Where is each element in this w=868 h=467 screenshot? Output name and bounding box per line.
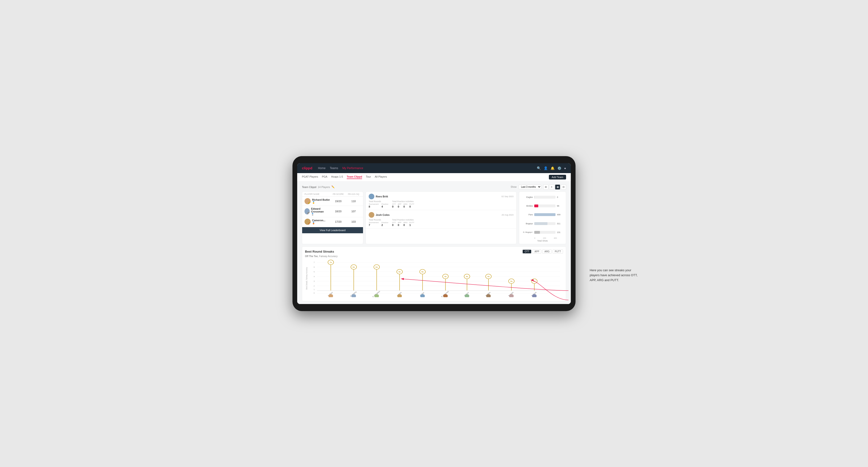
tournament-stat: Tournament 8 (369, 203, 379, 208)
svg-text:4x: 4x (466, 276, 468, 277)
edit-icon[interactable]: ✏️ (331, 185, 335, 188)
view-icons: ⊞ ≡ ▦ ⊟ (543, 184, 566, 190)
main-content: Team Clippd 14 Players ✏️ Show Last 3 mo… (297, 182, 571, 304)
bar-track (534, 196, 555, 198)
bell-icon[interactable]: 🔔 (551, 166, 555, 170)
chart-title: Total Shots (521, 240, 564, 242)
activities-title: Total Practice Activities (392, 200, 414, 203)
pb-score: 18/20 (330, 210, 346, 213)
chart-x-axis: 0 200 400 (521, 237, 564, 239)
player-cards-panel: Rees Britt 02 Sep 2023 Total Rounds Tour… (366, 191, 517, 244)
tab-all-players[interactable]: All Players (375, 175, 387, 179)
svg-text:6x: 6x (352, 266, 355, 268)
filter-arg[interactable]: ARG (542, 250, 552, 253)
lb-header: PLAYER NAME PB SCORE PB AVG SQ (302, 192, 363, 197)
filter-app[interactable]: APP (532, 250, 541, 253)
card-date: 26 Aug 2023 (501, 214, 514, 216)
tab-pga[interactable]: PGA (322, 175, 328, 179)
user-icon[interactable]: 👤 (544, 166, 548, 170)
player-medal: 🥉 (312, 222, 326, 224)
grid-view-btn[interactable]: ⊞ (543, 184, 549, 190)
svg-text:7x: 7x (330, 261, 332, 263)
pb-score: 19/20 (330, 200, 346, 203)
bar-row-bogeys: Bogeys 311 (521, 222, 564, 225)
tournament-val: 8 (369, 205, 379, 208)
bar-row-dbogeys: D. Bogeys+ 131 (521, 231, 564, 234)
tab-tour[interactable]: Tour (366, 175, 371, 179)
card-avatar (369, 194, 374, 199)
bar-value: 311 (557, 222, 564, 225)
tab-team-clippd[interactable]: Team Clippd (347, 175, 362, 179)
bar-value: 3 (557, 196, 564, 198)
nav-my-performance[interactable]: My Performance (342, 166, 363, 170)
svg-text:4x: 4x (444, 276, 447, 277)
player-name: Richard Butler (312, 198, 330, 201)
leaderboard-panel: PLAYER NAME PB SCORE PB AVG SQ 1 (302, 191, 363, 244)
table-view-btn[interactable]: ⊟ (561, 184, 566, 190)
add-team-button[interactable]: Add Team (549, 175, 566, 180)
player-info: 2 Edward Crossman 🥈 (305, 207, 330, 216)
search-icon[interactable]: 🔍 (537, 166, 541, 170)
pb-score: 17/20 (330, 220, 346, 223)
streaks-header: Best Round Streaks OTT APP ARG PUTT (305, 250, 563, 253)
sub-nav: PGAT Players PGA Hcaps 1-5 Team Clippd T… (297, 173, 571, 182)
tab-pgat[interactable]: PGAT Players (302, 175, 318, 179)
table-row: 1 Richard Butler 🥇 19/20 110 (302, 197, 363, 206)
svg-text:7: 7 (313, 261, 315, 263)
pb-avg: 103 (346, 220, 361, 223)
list-view-btn[interactable]: ≡ (549, 184, 554, 190)
bar-value: 96 (557, 205, 564, 207)
bar-label: Pars (521, 214, 533, 216)
card-player-name: Josh Coles (376, 214, 390, 216)
bar-value: 499 (557, 214, 564, 216)
svg-text:Best Streak, Fairway Accuracy: Best Streak, Fairway Accuracy (305, 267, 308, 289)
team-controls: Show Last 3 months Last 6 months ⊞ ≡ ▦ ⊟ (511, 184, 566, 190)
player-count: 14 Players (318, 186, 330, 188)
filter-putt[interactable]: PUTT (553, 250, 563, 253)
filter-ott[interactable]: OTT (522, 250, 531, 253)
svg-text:0: 0 (313, 292, 315, 294)
sub-nav-tabs: PGAT Players PGA Hcaps 1-5 Team Clippd T… (302, 175, 387, 179)
tab-hcaps[interactable]: Hcaps 1-5 (331, 175, 343, 179)
avatar-icon[interactable]: ● (564, 166, 566, 170)
svg-text:5x: 5x (398, 271, 401, 273)
streaks-title: Best Round Streaks (305, 250, 334, 253)
svg-text:4: 4 (313, 276, 315, 277)
svg-text:3x: 3x (533, 280, 536, 282)
view-leaderboard-button[interactable]: View Full Leaderboard (302, 227, 363, 233)
avatar: 2 (305, 208, 310, 214)
bar-chart-panel: Eagles 3 Birdies (519, 191, 566, 244)
practice-val: 4 (381, 205, 388, 208)
bar-track (534, 213, 555, 216)
bar-label: Eagles (521, 196, 533, 198)
bar-label: Birdies (521, 205, 533, 207)
avatar: 3 (305, 219, 311, 225)
bar-label: D. Bogeys+ (521, 231, 533, 233)
settings-icon[interactable]: ⚙️ (557, 166, 561, 170)
card-stats: Total Rounds Tournament 8 Practice (369, 200, 514, 208)
content-grid: PLAYER NAME PB SCORE PB AVG SQ 1 (302, 191, 566, 244)
nav-home[interactable]: Home (318, 166, 326, 170)
svg-text:2: 2 (313, 285, 315, 287)
card-header: Rees Britt 02 Sep 2023 (369, 194, 514, 199)
team-name: Team Clippd (302, 186, 316, 188)
bar-fill (534, 231, 540, 234)
avatar: 1 (305, 198, 311, 204)
bar-fill (534, 222, 548, 225)
bar-label: Bogeys (521, 222, 533, 225)
player-info: 3 Cameron... 🥉 (305, 219, 330, 225)
player-info: 1 Richard Butler 🥇 (305, 198, 330, 204)
pb-avg: 110 (346, 200, 361, 203)
card-stats: Total Rounds Tournament 7 Practice (369, 219, 514, 226)
player-card: Rees Britt 02 Sep 2023 Total Rounds Tour… (366, 192, 516, 210)
period-select[interactable]: Last 3 months Last 6 months (519, 185, 541, 189)
bar-row-eagles: Eagles 3 (521, 196, 564, 198)
card-player-name: Rees Britt (376, 195, 388, 198)
nav-teams[interactable]: Teams (330, 166, 338, 170)
rounds-title: Total Rounds (369, 219, 388, 221)
activities-title: Total Practice Activities (392, 219, 414, 221)
card-view-btn[interactable]: ▦ (555, 184, 560, 190)
col-pb-score: PB SCORE (330, 193, 346, 195)
svg-text:6: 6 (313, 266, 315, 268)
streaks-section: Best Round Streaks OTT APP ARG PUTT Off … (302, 247, 566, 301)
